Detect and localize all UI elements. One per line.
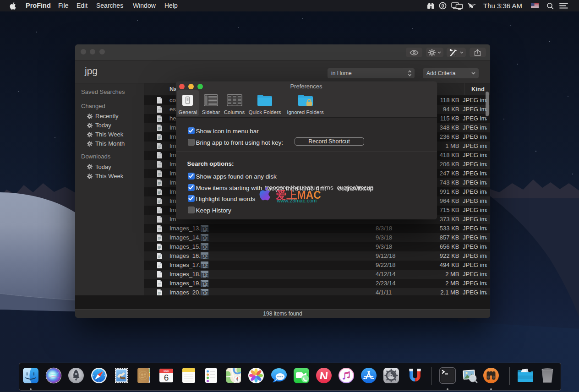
svg-text:6: 6 (164, 373, 169, 382)
svg-text:DEC: DEC (164, 370, 169, 372)
